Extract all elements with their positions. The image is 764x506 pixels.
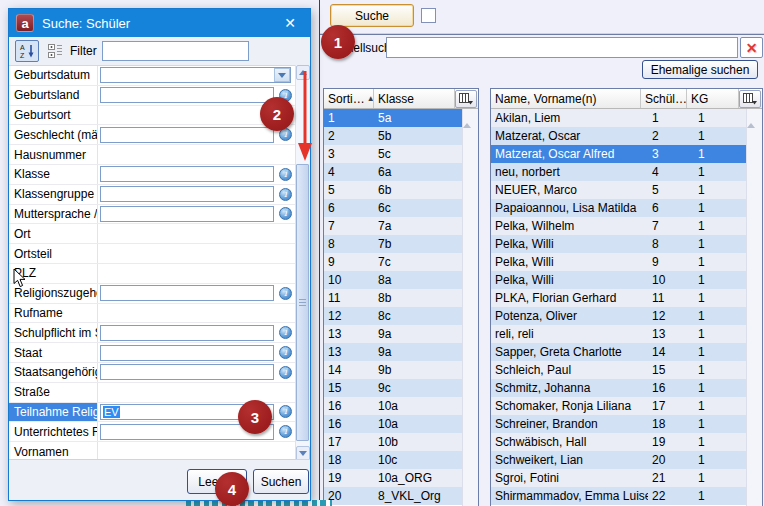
- table-row[interactable]: reli, reli131: [491, 325, 746, 343]
- info-icon[interactable]: i: [279, 207, 292, 220]
- table-row[interactable]: 56b: [324, 181, 462, 199]
- table-row[interactable]: Shirmammadov, Emma Luise221: [491, 487, 746, 505]
- field-row-1[interactable]: Geburtslandi: [9, 86, 296, 106]
- table-row[interactable]: 118b: [324, 289, 462, 307]
- class-table-scrollbar[interactable]: [462, 109, 478, 506]
- field-input[interactable]: [100, 186, 274, 202]
- field-input[interactable]: [100, 87, 274, 103]
- field-row-8[interactable]: Ort: [9, 224, 296, 244]
- column-header[interactable]: Klasse: [374, 89, 455, 108]
- table-row[interactable]: 35c: [324, 145, 462, 163]
- field-row-15[interactable]: Staatsangehörig…i: [9, 363, 296, 383]
- table-row[interactable]: Pelka, Willi81: [491, 235, 746, 253]
- sort-az-button[interactable]: A Z: [15, 40, 39, 62]
- field-row-5[interactable]: Klassei: [9, 165, 296, 185]
- field-input[interactable]: [100, 325, 274, 341]
- combo-chevron-icon[interactable]: [274, 68, 290, 82]
- table-row[interactable]: Potenza, Oliver121: [491, 307, 746, 325]
- table-row[interactable]: 97c: [324, 253, 462, 271]
- field-input[interactable]: [100, 345, 274, 361]
- info-icon[interactable]: i: [279, 425, 292, 438]
- info-icon[interactable]: i: [279, 168, 292, 181]
- table-row[interactable]: 15a: [324, 109, 462, 127]
- clear-search-button[interactable]: ✕: [740, 37, 763, 58]
- table-row[interactable]: Schweikert, Lian201: [491, 451, 746, 469]
- table-row[interactable]: 139a: [324, 325, 462, 343]
- suche-button[interactable]: Suche: [330, 4, 414, 27]
- table-row[interactable]: Matzerat, Oscar21: [491, 127, 746, 145]
- scrollbar-thumb[interactable]: [296, 164, 309, 441]
- info-icon[interactable]: i: [279, 188, 292, 201]
- table-row[interactable]: 139a: [324, 343, 462, 361]
- table-row[interactable]: 1610a: [324, 415, 462, 433]
- field-chooser-icon[interactable]: [47, 43, 63, 59]
- table-row[interactable]: Pelka, Willi91: [491, 253, 746, 271]
- info-icon[interactable]: i: [279, 287, 292, 300]
- suchen-button[interactable]: Suchen: [253, 469, 309, 494]
- table-row[interactable]: 1710b: [324, 433, 462, 451]
- table-row[interactable]: Pelka, Wilhelm71: [491, 217, 746, 235]
- student-table-scrollbar[interactable]: [746, 109, 762, 506]
- table-row[interactable]: Akilan, Liem11: [491, 109, 746, 127]
- top-checkbox[interactable]: [421, 8, 436, 23]
- info-icon[interactable]: i: [279, 346, 292, 359]
- column-picker-button[interactable]: [739, 90, 761, 108]
- field-input[interactable]: [100, 364, 274, 380]
- table-row[interactable]: Papaioannou, Lisa Matilda61: [491, 199, 746, 217]
- table-row[interactable]: neu, norbert41: [491, 163, 746, 181]
- field-input[interactable]: [100, 127, 274, 143]
- table-row[interactable]: Schomaker, Ronja Liliana171: [491, 397, 746, 415]
- field-row-3[interactable]: Geschlecht (mä…i: [9, 125, 296, 145]
- column-picker-button[interactable]: [455, 90, 477, 108]
- table-row[interactable]: 1910a_ORG: [324, 469, 462, 487]
- column-header[interactable]: Sorti…▲1: [324, 89, 374, 108]
- table-row[interactable]: 149b: [324, 361, 462, 379]
- field-row-0[interactable]: Geburtsdatum: [9, 66, 296, 86]
- info-icon[interactable]: i: [279, 366, 292, 379]
- dialog-titlebar[interactable]: a Suche: Schüler ✕: [9, 9, 310, 37]
- table-row[interactable]: 66c: [324, 199, 462, 217]
- field-row-11[interactable]: Religionszugehö…i: [9, 284, 296, 304]
- field-row-14[interactable]: Staati: [9, 343, 296, 363]
- field-row-10[interactable]: PLZ: [9, 264, 296, 284]
- column-header[interactable]: Name, Vorname(n): [491, 89, 641, 108]
- table-row[interactable]: Schreiner, Brandon181: [491, 415, 746, 433]
- column-header[interactable]: Schül…▲: [641, 89, 687, 108]
- field-input[interactable]: [100, 206, 274, 222]
- table-row[interactable]: 87b: [324, 235, 462, 253]
- table-row[interactable]: 1810c: [324, 451, 462, 469]
- table-row[interactable]: NEUER, Marco51: [491, 181, 746, 199]
- table-row[interactable]: PLKA, Florian Gerhard111: [491, 289, 746, 307]
- field-row-13[interactable]: Schulpflicht im S…i: [9, 323, 296, 343]
- field-row-6[interactable]: Klassengruppei: [9, 185, 296, 205]
- field-row-12[interactable]: Rufname: [9, 304, 296, 324]
- table-row[interactable]: 1610a: [324, 397, 462, 415]
- field-row-9[interactable]: Ortsteil: [9, 244, 296, 264]
- table-row[interactable]: Schwäbisch, Hall191: [491, 433, 746, 451]
- info-icon[interactable]: i: [279, 405, 292, 418]
- field-row-7[interactable]: Muttersprache /…i: [9, 205, 296, 225]
- table-row[interactable]: Schmitz, Johanna161: [491, 379, 746, 397]
- table-row[interactable]: Sgroi, Fotini211: [491, 469, 746, 487]
- table-row[interactable]: 128c: [324, 307, 462, 325]
- table-row[interactable]: Sapper, Greta Charlotte141: [491, 343, 746, 361]
- former-students-button[interactable]: Ehemalige suchen: [642, 60, 758, 79]
- table-row[interactable]: Pelka, Willi101: [491, 271, 746, 289]
- quick-search-input[interactable]: [386, 37, 738, 58]
- table-row[interactable]: Matzerat, Oscar Alfred31: [491, 145, 746, 163]
- table-row[interactable]: 77a: [324, 217, 462, 235]
- close-icon[interactable]: ✕: [277, 15, 303, 31]
- column-header[interactable]: KG: [687, 89, 739, 108]
- table-row[interactable]: 159c: [324, 379, 462, 397]
- field-input[interactable]: [100, 67, 291, 83]
- field-row-2[interactable]: Geburtsort: [9, 106, 296, 126]
- table-row[interactable]: 46a: [324, 163, 462, 181]
- table-row[interactable]: 208_VKL_Org: [324, 487, 462, 505]
- field-row-4[interactable]: Hausnummer: [9, 145, 296, 165]
- table-row[interactable]: 25b: [324, 127, 462, 145]
- info-icon[interactable]: i: [279, 326, 292, 339]
- field-input[interactable]: [100, 285, 274, 301]
- table-row[interactable]: Schleich, Paul151: [491, 361, 746, 379]
- filter-input[interactable]: [102, 41, 249, 61]
- table-row[interactable]: 108a: [324, 271, 462, 289]
